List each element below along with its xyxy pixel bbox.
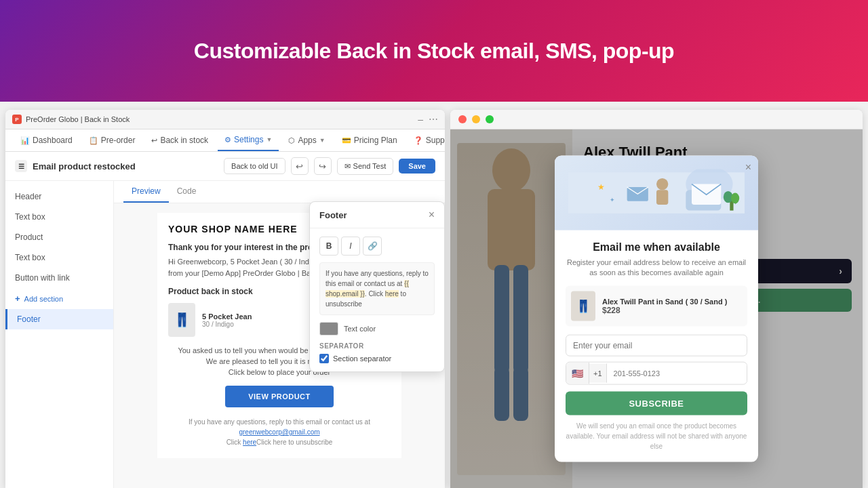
italic-button[interactable]: I [341, 237, 360, 256]
nav-support[interactable]: ❓ Support ▼ [407, 130, 445, 150]
separator-checkbox-label: Section separator [333, 354, 391, 363]
sidebar-add-section-label: Add section [24, 295, 63, 303]
browser-actions: – ⋯ [418, 114, 438, 125]
view-product-button[interactable]: VIEW PRODUCT [225, 386, 334, 407]
phone-code: +1 [589, 364, 607, 383]
footer-email-link[interactable]: greenwebcorp@gmail.com [239, 428, 319, 436]
separator-checkbox-row: Section separator [319, 354, 435, 363]
browser-action-minimize[interactable]: – [418, 114, 423, 125]
sidebar-item-textbox2[interactable]: Text box [5, 247, 113, 268]
product-page-panel: Alex Twill Pant Sand 0 USD Sold out 31 3… [450, 110, 863, 488]
sidebar-item-textbox1[interactable]: Text box [5, 207, 113, 227]
editor-header: ☰ Email product restocked Back to old UI… [5, 152, 445, 181]
redo-button[interactable]: ↪ [314, 157, 332, 175]
sidebar-button-link-label: Button with link [15, 273, 70, 283]
browser-tab: P PreOrder Globo | Back in Stock [12, 115, 130, 124]
email-footer: If you have any questions, reply to this… [168, 417, 391, 447]
browser-tab-title: PreOrder Globo | Back in Stock [26, 115, 130, 123]
editor-body: Header Text box Product Text box Button … [5, 181, 445, 488]
nav-settings-label: Settings [234, 135, 263, 144]
sidebar-item-button-link[interactable]: Button with link [5, 268, 113, 288]
popup-privacy-text: We will send you an email once the produ… [566, 421, 747, 451]
preorder-icon: 📋 [89, 136, 98, 145]
favicon: P [12, 115, 22, 124]
footer-text-editor[interactable]: If you have any questions, reply to this… [319, 262, 435, 315]
footer-panel-close-button[interactable]: × [429, 209, 435, 221]
nav-preorder[interactable]: 📋 Pre-order [82, 130, 142, 150]
nav-dashboard-label: Dashboard [33, 136, 73, 145]
popup-email-input[interactable] [566, 335, 747, 357]
sidebar-item-product[interactable]: Product [5, 227, 113, 247]
sidebar-textbox1-label: Text box [15, 212, 45, 222]
svg-rect-11 [656, 190, 668, 205]
support-icon: ❓ [414, 136, 423, 145]
nav-apps-label: Apps [298, 136, 316, 145]
subscribe-button[interactable]: SUBSCRIBE [566, 392, 747, 415]
traffic-light-yellow[interactable] [472, 115, 480, 123]
popup-body: Email me when available Register your em… [555, 230, 758, 462]
tab-code[interactable]: Code [169, 181, 205, 203]
tab-preview[interactable]: Preview [123, 181, 169, 203]
browser-topbar: P PreOrder Globo | Back in Stock – ⋯ [5, 110, 445, 129]
sidebar-header-label: Header [15, 192, 41, 201]
pricing-icon: 💳 [342, 136, 351, 145]
nav-back-in-stock[interactable]: ↩ Back in stock [144, 130, 215, 150]
nav-apps[interactable]: ⬡ Apps ▼ [281, 130, 332, 150]
sidebar-textbox2-label: Text box [15, 253, 45, 262]
text-color-swatch[interactable] [319, 322, 338, 336]
traffic-light-green[interactable] [486, 115, 494, 123]
apps-dropdown-icon: ▼ [319, 137, 326, 144]
popup-phone-input[interactable] [607, 364, 747, 383]
sidebar-footer-label: Footer [17, 314, 41, 324]
send-test-button[interactable]: ✉ Send Test [337, 158, 394, 175]
traffic-light-red[interactable] [458, 115, 467, 123]
preview-tabs: Preview Code [114, 181, 445, 203]
shopify-nav: 📊 Dashboard 📋 Pre-order ↩ Back in stock … [5, 129, 445, 152]
nav-settings[interactable]: ⚙ Settings ▼ [218, 129, 279, 151]
sidebar-item-header[interactable]: Header [5, 186, 113, 207]
footer-text1: If you have any questions, reply to this… [189, 418, 370, 426]
right-browser-topbar [450, 110, 863, 129]
text-color-label: Text color [344, 325, 376, 333]
popup-title: Email me when available [566, 241, 747, 253]
dashboard-icon: 📊 [20, 136, 30, 145]
nav-dashboard[interactable]: 📊 Dashboard [14, 130, 79, 150]
email-product-image: 👖 [168, 303, 195, 337]
sidebar-product-label: Product [15, 232, 43, 242]
editor-title-icon: ☰ [15, 160, 27, 172]
footer-unsubscribe-text: Click here to unsubscribe [256, 439, 332, 446]
separator-checkbox[interactable] [319, 354, 329, 363]
footer-panel-body: B I 🔗 If you have any questions, reply t… [310, 228, 444, 371]
main-area: P PreOrder Globo | Back in Stock – ⋯ 📊 D… [0, 102, 868, 488]
separator-section: SEPARATOR Section separator [319, 342, 435, 363]
editor-title-container: ☰ Email product restocked [15, 160, 136, 172]
footer-here-var: here [385, 290, 399, 298]
nav-pricing[interactable]: 💳 Pricing Plan [335, 130, 404, 150]
sidebar-item-footer[interactable]: Footer [5, 309, 113, 329]
popup-header: ★ ✦ ✦ [555, 155, 758, 230]
back-to-old-ui-button[interactable]: Back to old UI [224, 158, 285, 174]
text-format-buttons: B I 🔗 [319, 237, 435, 256]
plus-icon: + [15, 293, 20, 304]
bold-button[interactable]: B [319, 237, 338, 256]
save-button[interactable]: Save [399, 159, 435, 174]
undo-button[interactable]: ↩ [291, 157, 309, 175]
svg-text:★: ★ [597, 182, 605, 192]
back-in-stock-icon: ↩ [151, 136, 157, 145]
popup-phone-row: 🇺🇸 +1 [566, 362, 747, 385]
browser-action-more[interactable]: ⋯ [429, 114, 438, 125]
popup-close-button[interactable]: × [745, 161, 751, 173]
svg-point-10 [656, 178, 668, 189]
sidebar-add-section[interactable]: + Add section [5, 288, 113, 309]
footer-here-link[interactable]: here [243, 439, 256, 446]
hero-title: Customizable Back in Stock email, SMS, p… [194, 39, 674, 64]
back-in-stock-popup: × [555, 155, 758, 462]
popup-product-info: Alex Twill Pant in Sand ( 30 / Sand ) $2… [602, 298, 727, 315]
hero-banner: Customizable Back in Stock email, SMS, p… [0, 0, 868, 102]
footer-settings-panel: Footer × B I 🔗 If you have any questions… [309, 201, 445, 372]
nav-preorder-label: Pre-order [101, 136, 136, 145]
send-icon: ✉ [344, 162, 351, 171]
link-button[interactable]: 🔗 [363, 237, 382, 256]
email-editor-panel: P PreOrder Globo | Back in Stock – ⋯ 📊 D… [5, 110, 445, 488]
footer-text-content: If you have any questions, reply to this… [326, 270, 429, 287]
